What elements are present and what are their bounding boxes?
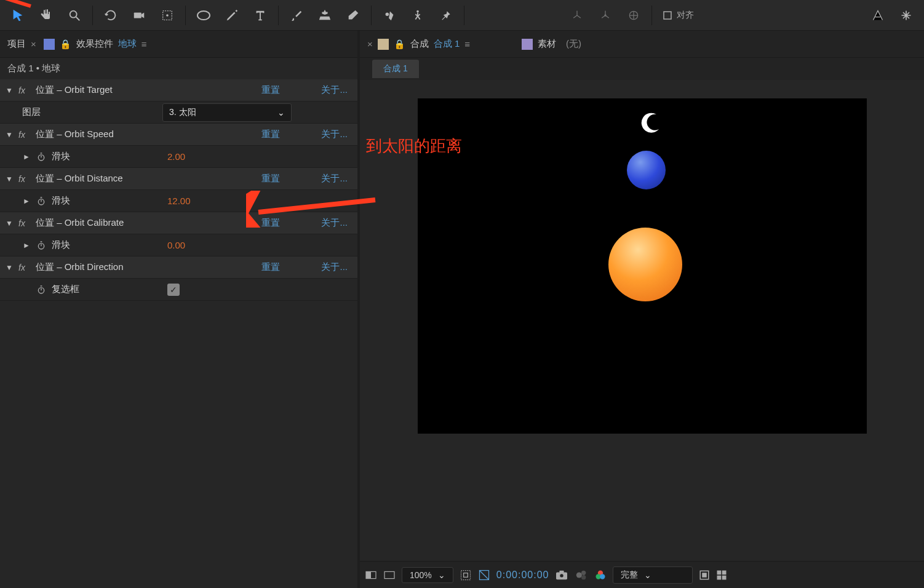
twisty-icon[interactable]: ▼	[5, 86, 14, 95]
stopwatch-icon[interactable]	[36, 240, 47, 251]
clone-stamp-tool[interactable]	[312, 4, 338, 27]
fx-icon[interactable]: fx	[18, 218, 31, 228]
composition-viewer[interactable]: 到太阳的距离	[360, 80, 924, 561]
effects-list: ▼ fx 位置 – Orbit Target 重置 关于... 图层 3. 太阳…	[0, 79, 357, 588]
comp-tab[interactable]: 合成 1	[372, 60, 419, 78]
snap-group[interactable]: 对齐	[657, 10, 699, 21]
reset-button[interactable]: 重置	[261, 261, 306, 273]
layer-link[interactable]: 地球	[118, 38, 137, 50]
fx-icon[interactable]: fx	[18, 130, 31, 140]
layer-dropdown[interactable]: 3. 太阳 ⌄	[162, 103, 292, 122]
slider-value[interactable]: 12.00	[167, 196, 191, 206]
reset-button[interactable]: 重置	[261, 217, 306, 229]
about-button[interactable]: 关于...	[311, 261, 348, 273]
reset-button[interactable]: 重置	[261, 84, 306, 96]
checkbox-input[interactable]: ✓	[167, 284, 180, 296]
snapshot-icon[interactable]	[555, 570, 568, 581]
panel-menu-icon[interactable]: ≡	[464, 39, 470, 49]
fx-icon[interactable]: fx	[18, 174, 31, 184]
shape-tool[interactable]	[191, 4, 217, 27]
fx-icon[interactable]: fx	[18, 85, 31, 95]
resolution-icon[interactable]	[460, 569, 472, 581]
about-button[interactable]: 关于...	[311, 129, 348, 140]
twisty-icon[interactable]: ▼	[5, 263, 14, 272]
svg-rect-20	[463, 573, 468, 577]
twisty-icon[interactable]: ▼	[5, 175, 14, 183]
timecode[interactable]: 0:00:00:00	[496, 570, 549, 581]
effect-header-orbit-target: ▼ fx 位置 – Orbit Target 重置 关于...	[0, 79, 357, 101]
reset-button[interactable]: 重置	[261, 173, 306, 185]
about-button[interactable]: 关于...	[311, 84, 348, 96]
puppet-tool[interactable]	[405, 4, 431, 27]
breadcrumb: 合成 1 • 地球	[0, 58, 357, 79]
camera-tool[interactable]	[126, 4, 152, 27]
close-icon[interactable]: ×	[31, 39, 36, 49]
fx-icon[interactable]: fx	[18, 263, 31, 272]
tab-prefix: 效果控件	[76, 38, 113, 50]
zoom-tool[interactable]	[62, 4, 87, 27]
brush-tool[interactable]	[284, 4, 309, 27]
grid-icon[interactable]	[699, 570, 710, 581]
right-panel-tabs: × 🔒 合成 合成 1 ≡ 素材 (无)	[360, 31, 924, 58]
svg-point-30	[600, 574, 605, 579]
toggle-alpha-icon[interactable]	[365, 570, 377, 580]
project-tab[interactable]: 项目 ×	[7, 38, 36, 50]
prop-label: 滑块	[52, 151, 162, 162]
slider-value[interactable]: 0.00	[167, 240, 185, 250]
zoom-value: 100%	[410, 570, 432, 580]
quality-dropdown[interactable]: 完整 ⌄	[613, 566, 693, 584]
twisty-icon[interactable]: ►	[22, 153, 31, 161]
snap-edge-icon[interactable]	[865, 4, 891, 27]
effect-prop-slider: ► 滑块 0.00	[0, 234, 357, 256]
composition-canvas	[418, 98, 867, 434]
svg-point-7	[416, 10, 419, 12]
twisty-icon[interactable]: ▼	[5, 219, 14, 228]
earth-shape	[627, 151, 666, 189]
show-channel-icon[interactable]	[575, 568, 588, 582]
svg-point-4	[166, 14, 169, 17]
selection-tool[interactable]	[5, 4, 31, 27]
text-tool[interactable]	[247, 4, 273, 27]
twisty-icon[interactable]: ►	[22, 241, 31, 250]
eraser-tool[interactable]	[340, 4, 366, 27]
color-management-icon[interactable]	[594, 569, 607, 581]
svg-point-23	[560, 574, 564, 577]
stopwatch-icon[interactable]	[36, 196, 47, 207]
pin-tool[interactable]	[433, 4, 459, 27]
twisty-icon[interactable]: ▼	[5, 130, 14, 139]
about-button[interactable]: 关于...	[311, 173, 348, 185]
zoom-dropdown[interactable]: 100% ⌄	[402, 567, 453, 583]
3d-axis-local-icon[interactable]	[564, 4, 590, 27]
pan-behind-tool[interactable]	[154, 4, 180, 27]
effect-header-orbit-distance: ▼ fx 位置 – Orbit Distance 重置 关于...	[0, 168, 357, 190]
snap-center-icon[interactable]	[893, 4, 919, 27]
toggle-transparency-icon[interactable]	[383, 570, 396, 580]
close-icon[interactable]: ×	[367, 39, 373, 49]
mask-icon[interactable]	[478, 569, 490, 581]
3d-axis-world-icon[interactable]	[592, 4, 618, 27]
composition-tab[interactable]: × 🔒 合成 合成 1 ≡	[367, 38, 470, 50]
top-toolbar: 对齐	[0, 0, 924, 31]
hand-tool[interactable]	[33, 4, 59, 27]
reset-button[interactable]: 重置	[261, 129, 306, 140]
twisty-icon[interactable]: ►	[22, 197, 31, 205]
stopwatch-icon[interactable]	[36, 151, 47, 162]
slider-value[interactable]: 2.00	[167, 151, 185, 162]
svg-point-6	[386, 12, 389, 16]
comp-breadcrumb: 合成 1	[360, 58, 924, 80]
footage-tab[interactable]: 素材 (无)	[522, 38, 581, 50]
rotobrush-tool[interactable]	[376, 4, 402, 27]
svg-point-5	[197, 11, 210, 20]
lock-icon[interactable]: 🔒	[60, 39, 71, 50]
about-button[interactable]: 关于...	[311, 217, 348, 229]
effect-controls-tab[interactable]: 🔒 效果控件 地球 ≡	[44, 38, 147, 50]
rotation-tool[interactable]	[98, 4, 124, 27]
lock-icon[interactable]: 🔒	[394, 39, 405, 50]
3d-axis-view-icon[interactable]	[621, 4, 647, 27]
svg-rect-10	[664, 12, 671, 19]
comp-link[interactable]: 合成 1	[434, 38, 460, 50]
panel-menu-icon[interactable]: ≡	[141, 39, 147, 49]
pen-tool[interactable]	[219, 4, 245, 27]
view-options-icon[interactable]	[716, 570, 727, 581]
stopwatch-icon[interactable]	[36, 284, 47, 295]
